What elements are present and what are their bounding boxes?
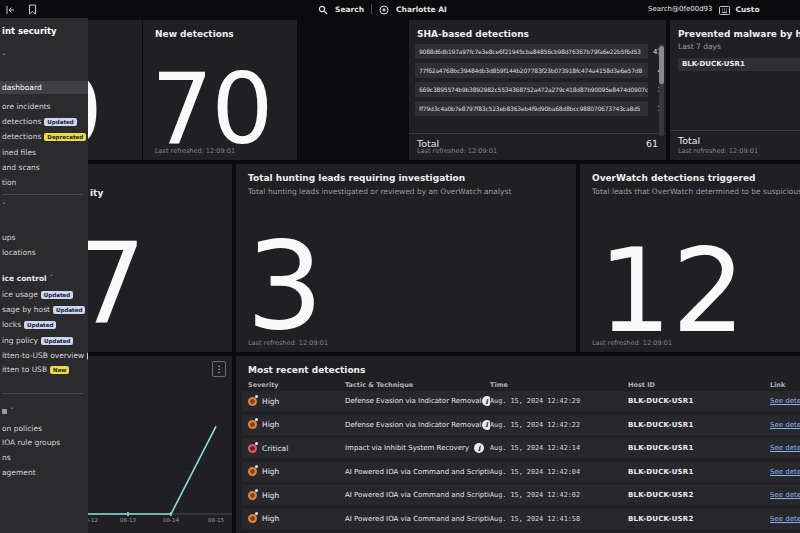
info-icon[interactable]: i bbox=[482, 420, 490, 430]
sha-hash: 669c3895574b9b3892982c5534368752a472a279… bbox=[415, 82, 648, 97]
hunting-leads-value: 3 bbox=[246, 238, 322, 336]
new-badge: New bbox=[50, 366, 69, 374]
topbar-truncated-item[interactable]: Custo bbox=[736, 5, 760, 14]
table-row[interactable]: Critical Impact via Inhibit System Recov… bbox=[242, 438, 800, 458]
search-icon[interactable] bbox=[318, 0, 328, 19]
section-collapse[interactable]: ˄ bbox=[0, 51, 88, 64]
table-row[interactable]: High AI Powered IOA via Command and Scri… bbox=[242, 485, 800, 505]
see-detection-link[interactable]: See detection bbox=[770, 397, 800, 405]
sha-detections-card[interactable]: SHA-based detections 9088d6db197a97fc7e3… bbox=[409, 20, 666, 160]
info-icon[interactable]: i bbox=[474, 443, 484, 453]
see-detection-link[interactable]: See detection bbox=[770, 421, 800, 429]
scrollbar-thumb[interactable] bbox=[659, 46, 664, 84]
x-tick-label: 08-14 bbox=[163, 517, 179, 523]
sidebar-item-detections-deprecated[interactable]: detectionsDeprecated bbox=[0, 130, 88, 143]
host-row[interactable]: BLK-DUCK-USR1 bbox=[678, 58, 800, 71]
sidebar-section-header[interactable]: ˄ bbox=[0, 405, 88, 418]
time-value: Aug. 15, 2024 12:42:22 bbox=[490, 421, 628, 429]
table-row[interactable]: High Defense Evasion via Indicator Remov… bbox=[242, 415, 800, 435]
col-link[interactable]: Link bbox=[770, 381, 800, 389]
see-detection-link[interactable]: See detection bbox=[770, 468, 800, 476]
sha-row[interactable]: ff79d3c4a0b7e8797f83c523eb8363eb4f9d90ba… bbox=[415, 101, 662, 116]
sidebar-item-ioa-rule-groups[interactable]: IOA rule groups bbox=[0, 436, 88, 449]
updated-badge: Updated bbox=[53, 306, 85, 314]
last-refreshed: Last refreshed: 12:09:01 bbox=[678, 147, 758, 155]
prevented-malware-card[interactable]: Prevented malware by host Last 7 days BL… bbox=[670, 20, 800, 160]
col-time[interactable]: Time bbox=[490, 381, 628, 389]
last-refreshed: Last refreshed: 12:09:01 bbox=[155, 147, 235, 155]
sidebar-item-policies[interactable]: on policies bbox=[0, 422, 88, 435]
see-detection-link[interactable]: See detection bbox=[770, 515, 800, 523]
col-tactic[interactable]: Tactic & Technique bbox=[345, 381, 490, 389]
high-severity-icon bbox=[248, 514, 257, 523]
scrollbar[interactable] bbox=[659, 44, 664, 136]
bookmark-icon[interactable] bbox=[28, 0, 37, 19]
info-icon[interactable]: i bbox=[482, 396, 490, 406]
sidebar-item-groups[interactable]: ups bbox=[0, 231, 88, 244]
tactic-label: AI Powered IOA via Command and Scripting… bbox=[345, 491, 490, 499]
card-title: OverWatch detections triggered bbox=[592, 173, 755, 183]
sidebar-item-blocks[interactable]: locksUpdated bbox=[0, 318, 88, 331]
topbar-divider bbox=[371, 4, 372, 14]
sha-row[interactable]: 77f62a4768bc39484db3d859f144b207783f23b0… bbox=[415, 63, 662, 78]
charlotte-ai-label[interactable]: Charlotte AI bbox=[396, 5, 447, 14]
tactic-label: AI Powered IOA via Command and Scripting… bbox=[345, 515, 490, 523]
sidebar-item-tion[interactable]: tion bbox=[0, 176, 88, 189]
sha-hash: 9088d6db197a97fc7e3e8ce6f21945cba84856cb… bbox=[415, 44, 648, 59]
apps-grid-icon[interactable] bbox=[719, 0, 730, 19]
charlotte-ai-icon[interactable] bbox=[379, 0, 389, 19]
overwatch-card[interactable]: OverWatch detections triggered Total lea… bbox=[580, 164, 800, 352]
severity-label: High bbox=[262, 491, 279, 500]
sidebar-item-usb[interactable]: itten to USBNew bbox=[0, 363, 88, 376]
x-tick-label: 08-13 bbox=[120, 517, 136, 523]
high-severity-icon bbox=[248, 420, 257, 429]
sidebar-item-detections-updated[interactable]: detectionsUpdated bbox=[0, 115, 88, 128]
time-value: Aug. 15, 2024 12:42:04 bbox=[490, 468, 628, 476]
card-title-fragment: ity bbox=[90, 188, 103, 198]
hunting-leads-card[interactable]: Total hunting leads requiring investigat… bbox=[236, 164, 576, 352]
time-value: Aug. 15, 2024 12:41:58 bbox=[490, 515, 628, 523]
col-severity[interactable]: Severity bbox=[248, 381, 345, 389]
new-detections-card[interactable]: New detections 70 Last refreshed: 12:09:… bbox=[143, 20, 297, 160]
sidebar-item-ns[interactable]: ns bbox=[0, 451, 88, 464]
see-detection-link[interactable]: See detection bbox=[770, 491, 800, 499]
high-severity-icon bbox=[248, 491, 257, 500]
table-row[interactable]: High AI Powered IOA via Command and Scri… bbox=[242, 509, 800, 529]
sidebar-item-management[interactable]: agement bbox=[0, 466, 88, 479]
sidebar-item-dashboard[interactable]: dashboard bbox=[0, 81, 88, 94]
see-detection-link[interactable]: See detection bbox=[770, 444, 800, 452]
sidebar-item-quarantined-files[interactable]: ined files bbox=[0, 146, 88, 159]
divider bbox=[409, 133, 666, 134]
sidebar-item-scans[interactable]: and scans bbox=[0, 161, 88, 174]
sidebar-item-device-usage[interactable]: ice usageUpdated bbox=[0, 288, 88, 301]
host-id: BLK-DUCK-USR1 bbox=[628, 421, 770, 429]
detections-trend-chart-card[interactable]: ⋮ 08-12 08-13 08-14 08-15 bbox=[88, 356, 232, 533]
search-label[interactable]: Search bbox=[335, 5, 364, 14]
table-row[interactable]: High Defense Evasion via Indicator Remov… bbox=[242, 391, 800, 411]
table-row[interactable]: High AI Powered IOA via Command and Scri… bbox=[242, 462, 800, 482]
card-subtitle: Total hunting leads investigated or revi… bbox=[248, 187, 511, 196]
time-value: Aug. 15, 2024 12:42:02 bbox=[490, 491, 628, 499]
account-label[interactable]: Search@0fe00d93 bbox=[648, 5, 713, 13]
last-refreshed: Last refreshed: 12:09:01 bbox=[417, 147, 497, 155]
overwatch-value: 12 bbox=[598, 245, 746, 338]
sidebar-item-policy[interactable]: ing policyUpdated bbox=[0, 334, 88, 347]
section-collapse[interactable]: ˄ bbox=[0, 200, 88, 213]
sha-row[interactable]: 669c3895574b9b3892982c5534368752a472a279… bbox=[415, 82, 662, 97]
sha-row[interactable]: 9088d6db197a97fc7e3e8ce6f21945cba84856cb… bbox=[415, 44, 662, 59]
sidebar-item-usage-by-host[interactable]: sage by hostUpdated bbox=[0, 303, 88, 316]
sidebar-item-incidents[interactable]: ore incidents bbox=[0, 100, 88, 113]
tactic-label: Impact via Inhibit System Recovery bbox=[345, 444, 469, 452]
card-title: SHA-based detections bbox=[417, 29, 529, 39]
updated-badge: Updated bbox=[41, 337, 73, 345]
card-subtitle: Total leads that OverWatch determined to… bbox=[592, 187, 800, 196]
sidebar-item-locations[interactable]: locations bbox=[0, 246, 88, 259]
sidebar-divider bbox=[2, 194, 83, 195]
sidebar-section-device-control[interactable]: ice control˄ bbox=[0, 272, 88, 285]
host-id: BLK-DUCK-USR2 bbox=[628, 491, 770, 499]
sidebar-item-usb-overview[interactable]: itten-to-USB overviewUpdated bbox=[0, 349, 88, 362]
collapse-sidebar-icon[interactable] bbox=[6, 0, 16, 19]
severity-label: High bbox=[262, 420, 279, 429]
col-host[interactable]: Host ID bbox=[628, 381, 770, 389]
tactic-label: Defense Evasion via Indicator Removal bbox=[345, 397, 482, 405]
